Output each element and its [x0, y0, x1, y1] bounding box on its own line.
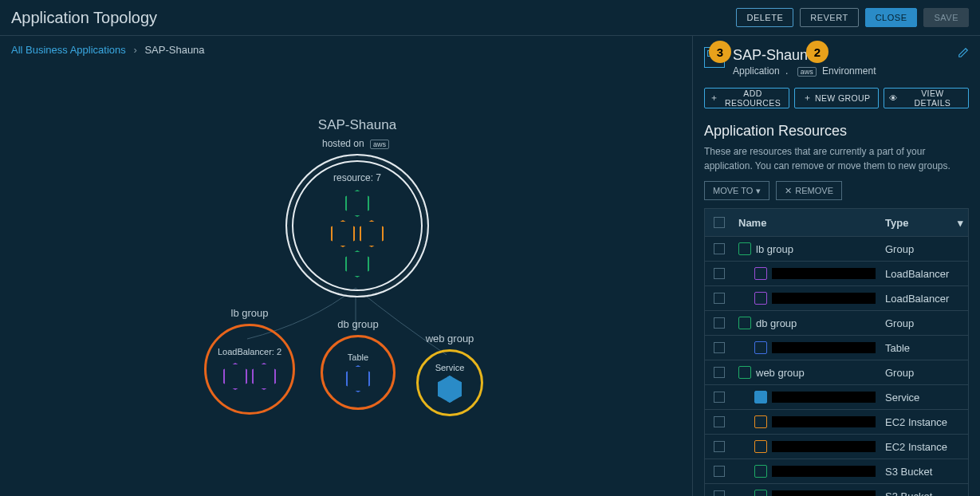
table-row[interactable]: LoadBalancer	[705, 262, 968, 286]
root-title: SAP-Shauna	[318, 117, 396, 133]
col-name[interactable]: Name	[734, 217, 880, 229]
table-header: Name Type ▾	[705, 209, 968, 237]
side-app-subtitle: Application . aws Environment	[733, 65, 876, 77]
table-row[interactable]: EC2 Instance	[705, 435, 968, 459]
row-type: EC2 Instance	[880, 416, 968, 428]
group-title: lb group	[231, 307, 269, 319]
service-icon	[438, 376, 462, 403]
ec2-orange-icon	[754, 415, 767, 428]
row-name: db group	[756, 317, 797, 329]
topology-group-web[interactable]: web group Service	[416, 333, 483, 416]
redacted-name	[772, 268, 876, 279]
remove-button[interactable]: ✕ REMOVE	[776, 181, 842, 200]
row-checkbox[interactable]	[714, 268, 725, 279]
row-type: Group	[880, 317, 968, 329]
redacted-name	[772, 466, 876, 477]
row-checkbox[interactable]	[714, 342, 725, 353]
row-name: lb group	[756, 243, 793, 255]
s3-icon	[345, 250, 369, 278]
table-row[interactable]: EC2 Instance	[705, 410, 968, 435]
col-type[interactable]: Type ▾	[880, 217, 968, 229]
table-row[interactable]: Table	[705, 336, 968, 360]
topology-group-db[interactable]: db group Table	[321, 318, 396, 410]
loadbalancer-icon	[252, 363, 276, 390]
edit-icon[interactable]	[958, 47, 969, 61]
select-all-checkbox[interactable]	[714, 217, 725, 228]
chevron-down-icon: ▾	[756, 186, 761, 196]
redacted-name	[772, 342, 876, 353]
redacted-name	[772, 293, 876, 304]
row-checkbox[interactable]	[714, 317, 725, 329]
redacted-name	[772, 490, 876, 496]
row-checkbox[interactable]	[714, 293, 725, 304]
row-checkbox[interactable]	[714, 490, 725, 496]
new-group-button[interactable]: ＋ NEW GROUP	[794, 88, 880, 108]
view-details-button[interactable]: 👁 VIEW DETAILS	[884, 88, 969, 108]
row-type: LoadBalancer	[880, 293, 968, 305]
s3-green-icon	[754, 490, 767, 496]
row-checkbox[interactable]	[714, 416, 725, 427]
row-type: S3 Bucket	[880, 466, 968, 478]
row-type: Group	[880, 367, 968, 379]
group-green-icon	[738, 366, 751, 379]
table-row[interactable]: Service	[705, 385, 968, 410]
topology-group-lb[interactable]: lb group LoadBalancer: 2	[204, 307, 295, 415]
redacted-name	[772, 392, 876, 403]
row-checkbox[interactable]	[714, 392, 725, 403]
app-icon	[704, 47, 725, 68]
eye-icon: 👁	[889, 93, 898, 103]
aws-icon: aws	[797, 67, 817, 77]
table-row[interactable]: S3 Bucket	[705, 459, 968, 484]
redacted-name	[772, 416, 876, 427]
group-content: Table	[348, 352, 368, 362]
lb-purple-icon	[754, 292, 767, 305]
section-title: Application Resources	[704, 123, 969, 140]
section-description: These are resources that are currently a…	[704, 144, 969, 173]
plus-icon: ＋	[803, 93, 812, 104]
root-hosted: hosted on aws	[322, 138, 392, 149]
plus-icon: ＋	[710, 93, 718, 104]
s3-icon	[345, 190, 369, 217]
resource-count: resource: 7	[333, 172, 381, 183]
topology-canvas[interactable]: All Business Applications › SAP-Shauna S…	[0, 36, 693, 496]
row-type: S3 Bucket	[880, 490, 968, 497]
group-title: web group	[426, 333, 474, 344]
breadcrumb: All Business Applications › SAP-Shauna	[0, 36, 692, 64]
group-title: db group	[337, 318, 378, 330]
add-resources-button[interactable]: ＋ ADD RESOURCES	[704, 88, 789, 108]
close-button[interactable]: CLOSE	[865, 8, 918, 27]
row-type: Group	[880, 243, 968, 255]
side-app-title: SAP-Shauna	[733, 47, 876, 64]
row-checkbox[interactable]	[714, 243, 725, 254]
row-type: Table	[880, 342, 968, 354]
row-type: LoadBalancer	[880, 268, 968, 280]
delete-button[interactable]: DELETE	[736, 8, 793, 27]
side-panel: SAP-Shauna Application . aws Environment…	[693, 36, 980, 496]
aws-icon: aws	[370, 140, 389, 149]
page-title: Application Topology	[11, 9, 157, 27]
db-blue-icon	[754, 341, 767, 354]
revert-button[interactable]: REVERT	[800, 8, 858, 27]
ec2-orange-icon	[754, 440, 767, 453]
topology-root-node[interactable]: SAP-Shauna hosted on aws resource: 7	[285, 117, 429, 297]
header-bar: Application Topology DELETE REVERT CLOSE…	[0, 0, 980, 36]
row-type: Service	[880, 392, 968, 403]
row-name: web group	[756, 367, 805, 379]
table-row[interactable]: web groupGroup	[705, 360, 968, 385]
filter-icon[interactable]: ▾	[958, 217, 963, 229]
row-checkbox[interactable]	[714, 441, 725, 452]
table-row[interactable]: db groupGroup	[705, 311, 968, 336]
row-checkbox[interactable]	[714, 466, 725, 477]
group-content: Service	[435, 363, 465, 372]
table-icon	[346, 365, 370, 392]
table-row[interactable]: LoadBalancer	[705, 286, 968, 311]
breadcrumb-current: SAP-Shauna	[144, 44, 204, 56]
row-checkbox[interactable]	[714, 367, 725, 378]
save-button[interactable]: SAVE	[923, 8, 969, 27]
breadcrumb-root[interactable]: All Business Applications	[11, 44, 126, 56]
move-to-button[interactable]: MOVE TO ▾	[704, 181, 769, 200]
table-row[interactable]: lb groupGroup	[705, 237, 968, 262]
breadcrumb-sep: ›	[128, 44, 141, 56]
redacted-name	[772, 441, 876, 452]
table-row[interactable]: S3 Bucket	[705, 484, 968, 496]
